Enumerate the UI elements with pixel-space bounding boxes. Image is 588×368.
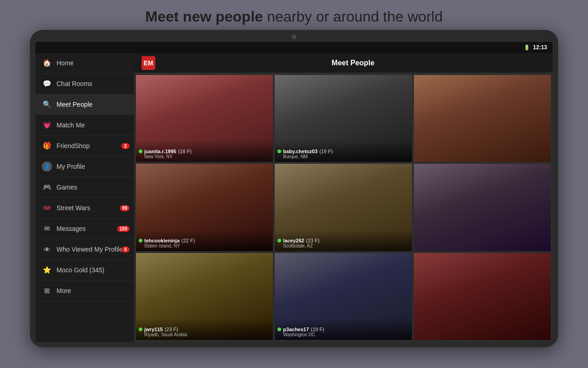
sidebar-label-home: Home xyxy=(57,59,74,67)
sidebar-label-more: More xyxy=(57,287,71,294)
username-4: tehcookieninja xyxy=(144,238,180,243)
street-wars-icon: SW xyxy=(42,203,52,213)
content-grid: juanita.r.1995 (18 F) New York, NY xyxy=(134,73,553,342)
age-gender-8: (19 F) xyxy=(311,327,324,332)
user-card-9[interactable] xyxy=(414,253,551,340)
online-indicator-1 xyxy=(139,150,142,153)
username-8: p3aches17 xyxy=(283,327,309,332)
headline-normal: nearby or around the world xyxy=(263,8,442,25)
user-card-3[interactable] xyxy=(414,75,551,162)
status-bar: 🔋 12:13 xyxy=(35,42,553,53)
heart-icon: 💗 xyxy=(42,120,52,130)
tablet-camera xyxy=(292,34,296,39)
status-time: 12:13 xyxy=(533,44,547,51)
sidebar-label-games: Games xyxy=(57,184,77,191)
sidebar-label-chat-rooms: Chat Rooms xyxy=(57,80,92,87)
user-info-1: juanita.r.1995 (18 F) New York, NY xyxy=(136,140,273,162)
street-wars-badge: 99 xyxy=(120,205,130,211)
grid-row-2: tehcookieninja (22 F) Staten Island, NY xyxy=(136,164,551,251)
sidebar-item-more[interactable]: ⊞ More xyxy=(35,281,134,301)
sidebar-label-match-me: Match Me xyxy=(57,121,85,129)
messages-badge: 100 xyxy=(117,226,130,232)
sidebar-item-chat-rooms[interactable]: 💬 Chat Rooms xyxy=(35,74,134,94)
user-card-4[interactable]: tehcookieninja (22 F) Staten Island, NY xyxy=(136,164,273,251)
chat-icon: 💬 xyxy=(42,79,52,89)
location-4: Staten Island, NY xyxy=(139,243,270,248)
sidebar-label-who-viewed: Who Viewed My Profile xyxy=(57,246,123,253)
battery-icon: 🔋 xyxy=(524,45,530,51)
games-icon: 🎮 xyxy=(42,182,52,192)
friendshop-badge: 2 xyxy=(121,143,130,149)
user-info-5: lacey262 (23 F) Scottsdale, AZ xyxy=(275,230,412,251)
location-8: Washington DC xyxy=(277,332,409,337)
profile-avatar: 👤 xyxy=(42,161,52,172)
online-indicator-8 xyxy=(277,328,281,331)
sidebar-item-street-wars[interactable]: SW Street Wars 99 xyxy=(35,198,134,218)
tablet-screen: 🔋 12:13 🏠 Home 💬 Chat Rooms 🔍 Meet Peopl… xyxy=(35,42,553,342)
messages-icon: ✉ xyxy=(42,224,52,234)
age-gender-1: (18 F) xyxy=(178,149,192,154)
user-info-4: tehcookieninja (22 F) Staten Island, NY xyxy=(136,230,273,251)
app-layout: 🏠 Home 💬 Chat Rooms 🔍 Meet People 💗 Matc… xyxy=(35,53,553,342)
username-1: juanita.r.1995 xyxy=(144,149,176,154)
sidebar-label-moco-gold: Moco Gold (345) xyxy=(57,266,104,274)
app-header: EM Meet People xyxy=(134,53,553,73)
sidebar-label-my-profile: My Profile xyxy=(57,163,85,170)
location-5: Scottsdale, AZ xyxy=(277,243,409,248)
age-gender-5: (23 F) xyxy=(306,238,319,243)
user-card-5[interactable]: lacey262 (23 F) Scottsdale, AZ xyxy=(275,164,412,251)
headline-bold: Meet new people xyxy=(145,8,263,25)
sidebar-item-moco-gold[interactable]: ⭐ Moco Gold (345) xyxy=(35,260,134,281)
location-1: New York, NY xyxy=(139,154,270,159)
app-logo: EM xyxy=(141,56,155,70)
user-card-7[interactable]: jwry115 (23 F) Riyadh, Saudi Arabia xyxy=(136,253,273,340)
main-content: EM Meet People juanita.r.19 xyxy=(134,53,553,342)
search-icon: 🔍 xyxy=(42,99,52,109)
user-info-7: jwry115 (23 F) Riyadh, Saudi Arabia xyxy=(136,318,273,340)
sidebar-item-meet-people[interactable]: 🔍 Meet People xyxy=(35,94,134,115)
sidebar-item-who-viewed[interactable]: 👁 Who Viewed My Profile 4 xyxy=(35,239,134,260)
user-info-8: p3aches17 (19 F) Washington DC xyxy=(275,318,412,340)
online-indicator-4 xyxy=(139,239,142,242)
gift-icon: 🎁 xyxy=(42,141,52,151)
tablet-device: 🔋 12:13 🏠 Home 💬 Chat Rooms 🔍 Meet Peopl… xyxy=(30,30,558,347)
user-card-6[interactable] xyxy=(414,164,551,251)
home-icon: 🏠 xyxy=(42,58,52,68)
sidebar-item-home[interactable]: 🏠 Home xyxy=(35,53,134,74)
grid-row-3: jwry115 (23 F) Riyadh, Saudi Arabia xyxy=(136,253,551,340)
sidebar-item-friendshop[interactable]: 🎁 FriendShop 2 xyxy=(35,136,134,156)
sidebar-item-messages[interactable]: ✉ Messages 100 xyxy=(35,218,134,239)
online-indicator-5 xyxy=(277,239,281,242)
more-icon: ⊞ xyxy=(42,286,52,296)
sidebar-item-games[interactable]: 🎮 Games xyxy=(35,177,134,198)
user-card-8[interactable]: p3aches17 (19 F) Washington DC xyxy=(275,253,412,340)
who-viewed-badge: 4 xyxy=(121,247,130,253)
online-indicator-7 xyxy=(139,328,142,331)
gold-icon: ⭐ xyxy=(42,265,52,275)
age-gender-4: (22 F) xyxy=(181,238,195,243)
user-card-2[interactable]: baby.chetoz03 (19 F) Burque, NM xyxy=(275,75,412,162)
username-2: baby.chetoz03 xyxy=(283,149,317,154)
user-card-1[interactable]: juanita.r.1995 (18 F) New York, NY xyxy=(136,75,273,162)
user-info-2: baby.chetoz03 (19 F) Burque, NM xyxy=(275,140,412,162)
sidebar-item-my-profile[interactable]: 👤 My Profile xyxy=(35,156,134,177)
sidebar-label-meet-people: Meet People xyxy=(57,101,93,108)
location-2: Burque, NM xyxy=(277,154,409,159)
age-gender-2: (19 F) xyxy=(319,149,333,154)
username-5: lacey262 xyxy=(283,238,304,243)
grid-row-1: juanita.r.1995 (18 F) New York, NY xyxy=(136,75,551,162)
eye-icon: 👁 xyxy=(42,244,52,254)
age-gender-7: (23 F) xyxy=(164,327,178,332)
online-indicator-2 xyxy=(277,150,281,153)
sidebar-item-match-me[interactable]: 💗 Match Me xyxy=(35,115,134,136)
sidebar-label-friendshop: FriendShop xyxy=(57,142,90,150)
location-7: Riyadh, Saudi Arabia xyxy=(139,332,270,337)
app-header-title: Meet People xyxy=(161,59,545,67)
sidebar: 🏠 Home 💬 Chat Rooms 🔍 Meet People 💗 Matc… xyxy=(35,53,134,342)
page-headline: Meet new people nearby or around the wor… xyxy=(0,0,588,30)
username-7: jwry115 xyxy=(144,327,163,332)
sidebar-label-street-wars: Street Wars xyxy=(57,204,90,212)
sidebar-label-messages: Messages xyxy=(57,225,86,232)
